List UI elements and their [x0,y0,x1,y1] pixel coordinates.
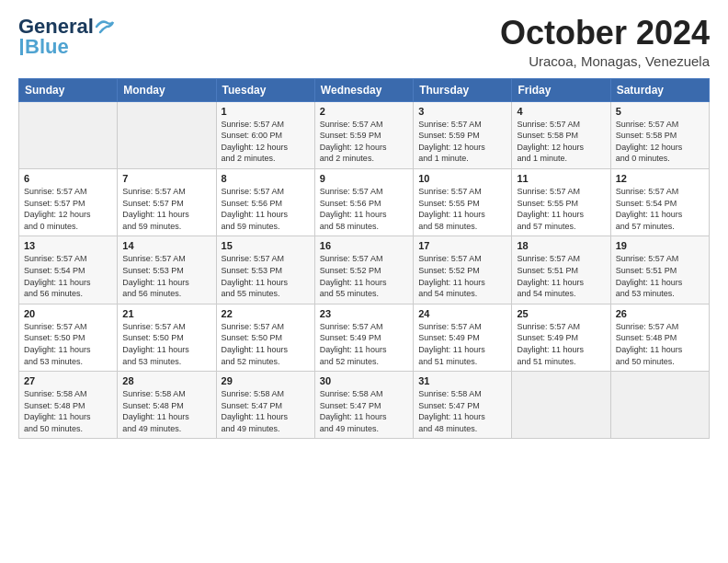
calendar-cell: 25Sunrise: 5:57 AM Sunset: 5:49 PM Dayli… [512,304,610,371]
day-number: 3 [418,106,506,117]
day-number: 2 [320,106,408,117]
day-number: 30 [320,375,408,386]
day-info: Sunrise: 5:57 AM Sunset: 5:58 PM Dayligh… [517,119,605,165]
month-title: October 2024 [500,15,710,52]
calendar-cell: 20Sunrise: 5:57 AM Sunset: 5:50 PM Dayli… [19,304,118,371]
day-info: Sunrise: 5:58 AM Sunset: 5:48 PM Dayligh… [24,388,112,434]
calendar-week-row: 27Sunrise: 5:58 AM Sunset: 5:48 PM Dayli… [19,372,710,439]
day-info: Sunrise: 5:57 AM Sunset: 5:51 PM Dayligh… [616,253,704,299]
day-info: Sunrise: 5:58 AM Sunset: 5:47 PM Dayligh… [222,388,310,434]
calendar-week-row: 1Sunrise: 5:57 AM Sunset: 6:00 PM Daylig… [19,101,710,168]
day-number: 12 [616,173,704,184]
day-info: Sunrise: 5:57 AM Sunset: 5:55 PM Dayligh… [517,186,605,232]
calendar-cell [610,372,709,439]
col-friday: Friday [512,78,610,101]
day-info: Sunrise: 5:57 AM Sunset: 5:48 PM Dayligh… [616,321,704,367]
logo: General Blue [18,15,115,59]
calendar-cell: 29Sunrise: 5:58 AM Sunset: 5:47 PM Dayli… [216,372,314,439]
col-wednesday: Wednesday [314,78,413,101]
calendar-cell: 15Sunrise: 5:57 AM Sunset: 5:53 PM Dayli… [216,236,314,304]
day-number: 5 [616,106,704,117]
calendar-cell: 19Sunrise: 5:57 AM Sunset: 5:51 PM Dayli… [610,236,709,304]
calendar-cell: 6Sunrise: 5:57 AM Sunset: 5:57 PM Daylig… [19,168,118,236]
day-info: Sunrise: 5:57 AM Sunset: 5:52 PM Dayligh… [320,253,408,299]
day-number: 21 [122,308,210,319]
day-info: Sunrise: 5:57 AM Sunset: 5:55 PM Dayligh… [418,186,506,232]
day-number: 6 [24,173,112,184]
calendar-cell: 11Sunrise: 5:57 AM Sunset: 5:55 PM Dayli… [512,168,610,236]
day-number: 19 [616,240,704,251]
day-info: Sunrise: 5:57 AM Sunset: 5:57 PM Dayligh… [24,186,112,232]
day-info: Sunrise: 5:57 AM Sunset: 5:52 PM Dayligh… [418,253,506,299]
day-number: 16 [320,240,408,251]
col-thursday: Thursday [414,78,512,101]
calendar-cell: 1Sunrise: 5:57 AM Sunset: 6:00 PM Daylig… [216,101,314,168]
day-info: Sunrise: 5:57 AM Sunset: 5:49 PM Dayligh… [517,321,605,367]
day-info: Sunrise: 5:57 AM Sunset: 5:50 PM Dayligh… [222,321,310,367]
day-info: Sunrise: 5:57 AM Sunset: 5:50 PM Dayligh… [24,321,112,367]
calendar-cell: 2Sunrise: 5:57 AM Sunset: 5:59 PM Daylig… [314,101,413,168]
day-number: 22 [222,308,310,319]
day-number: 13 [24,240,112,251]
day-number: 14 [122,240,210,251]
day-info: Sunrise: 5:58 AM Sunset: 5:48 PM Dayligh… [122,388,210,434]
calendar-cell [118,101,216,168]
calendar-cell: 7Sunrise: 5:57 AM Sunset: 5:57 PM Daylig… [118,168,216,236]
calendar-week-row: 13Sunrise: 5:57 AM Sunset: 5:54 PM Dayli… [19,236,710,304]
calendar-cell: 24Sunrise: 5:57 AM Sunset: 5:49 PM Dayli… [414,304,512,371]
day-number: 15 [222,240,310,251]
calendar-cell: 21Sunrise: 5:57 AM Sunset: 5:50 PM Dayli… [118,304,216,371]
day-info: Sunrise: 5:57 AM Sunset: 5:51 PM Dayligh… [517,253,605,299]
calendar-cell: 5Sunrise: 5:57 AM Sunset: 5:58 PM Daylig… [610,101,709,168]
header: General Blue October 2024 Uracoa, Monaga… [18,15,710,69]
day-number: 23 [320,308,408,319]
logo-blue: Blue [25,35,69,59]
calendar-cell: 8Sunrise: 5:57 AM Sunset: 5:56 PM Daylig… [216,168,314,236]
day-number: 11 [517,173,605,184]
day-number: 7 [122,173,210,184]
day-info: Sunrise: 5:57 AM Sunset: 5:53 PM Dayligh… [122,253,210,299]
day-info: Sunrise: 5:57 AM Sunset: 5:49 PM Dayligh… [320,321,408,367]
calendar-cell: 4Sunrise: 5:57 AM Sunset: 5:58 PM Daylig… [512,101,610,168]
subtitle: Uracoa, Monagas, Venezuela [500,53,710,69]
day-number: 27 [24,375,112,386]
calendar-cell: 17Sunrise: 5:57 AM Sunset: 5:52 PM Dayli… [414,236,512,304]
page: General Blue October 2024 Uracoa, Monaga… [0,0,728,563]
day-number: 24 [418,308,506,319]
calendar-week-row: 6Sunrise: 5:57 AM Sunset: 5:57 PM Daylig… [19,168,710,236]
calendar-header-row: Sunday Monday Tuesday Wednesday Thursday… [19,78,710,101]
calendar-cell: 12Sunrise: 5:57 AM Sunset: 5:54 PM Dayli… [610,168,709,236]
day-info: Sunrise: 5:57 AM Sunset: 5:59 PM Dayligh… [320,119,408,165]
calendar-cell: 16Sunrise: 5:57 AM Sunset: 5:52 PM Dayli… [314,236,413,304]
day-info: Sunrise: 5:57 AM Sunset: 5:54 PM Dayligh… [24,253,112,299]
day-info: Sunrise: 5:57 AM Sunset: 5:58 PM Dayligh… [616,119,704,165]
day-info: Sunrise: 5:57 AM Sunset: 5:53 PM Dayligh… [222,253,310,299]
calendar-cell [19,101,118,168]
day-info: Sunrise: 5:57 AM Sunset: 5:56 PM Dayligh… [222,186,310,232]
col-tuesday: Tuesday [216,78,314,101]
day-info: Sunrise: 5:58 AM Sunset: 5:47 PM Dayligh… [418,388,506,434]
calendar-cell: 14Sunrise: 5:57 AM Sunset: 5:53 PM Dayli… [118,236,216,304]
day-number: 10 [418,173,506,184]
day-number: 28 [122,375,210,386]
day-info: Sunrise: 5:57 AM Sunset: 5:59 PM Dayligh… [418,119,506,165]
calendar-cell [512,372,610,439]
calendar-cell: 23Sunrise: 5:57 AM Sunset: 5:49 PM Dayli… [314,304,413,371]
day-info: Sunrise: 5:57 AM Sunset: 5:50 PM Dayligh… [122,321,210,367]
day-info: Sunrise: 5:57 AM Sunset: 5:56 PM Dayligh… [320,186,408,232]
calendar-cell: 26Sunrise: 5:57 AM Sunset: 5:48 PM Dayli… [610,304,709,371]
day-number: 31 [418,375,506,386]
logo-bird-icon [95,17,115,34]
calendar-cell: 18Sunrise: 5:57 AM Sunset: 5:51 PM Dayli… [512,236,610,304]
day-info: Sunrise: 5:58 AM Sunset: 5:47 PM Dayligh… [320,388,408,434]
calendar-cell: 9Sunrise: 5:57 AM Sunset: 5:56 PM Daylig… [314,168,413,236]
calendar-week-row: 20Sunrise: 5:57 AM Sunset: 5:50 PM Dayli… [19,304,710,371]
day-number: 9 [320,173,408,184]
calendar-cell: 31Sunrise: 5:58 AM Sunset: 5:47 PM Dayli… [414,372,512,439]
day-info: Sunrise: 5:57 AM Sunset: 6:00 PM Dayligh… [222,119,310,165]
title-area: October 2024 Uracoa, Monagas, Venezuela [500,15,710,69]
calendar-cell: 13Sunrise: 5:57 AM Sunset: 5:54 PM Dayli… [19,236,118,304]
day-number: 25 [517,308,605,319]
calendar-cell: 22Sunrise: 5:57 AM Sunset: 5:50 PM Dayli… [216,304,314,371]
day-number: 8 [222,173,310,184]
